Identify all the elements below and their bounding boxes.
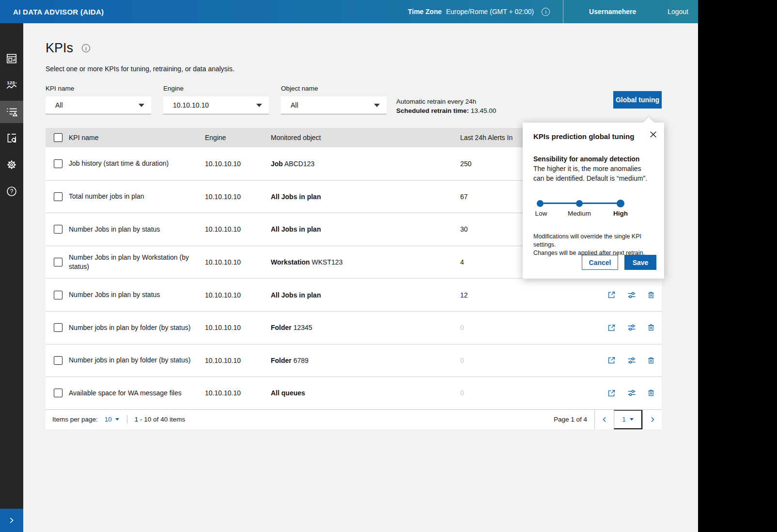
open-details-icon[interactable] [607, 388, 617, 398]
items-per-page-label: Items per page: [52, 416, 98, 423]
filter-object-name: Object name All [281, 85, 387, 114]
delete-kpi-icon[interactable] [647, 356, 656, 365]
help-icon: ? [5, 185, 18, 198]
retrain-time-label: Scheduled retrain time: [396, 107, 469, 114]
table-row: Available space for WA message files 10.… [46, 376, 662, 409]
row-checkbox[interactable] [54, 225, 62, 234]
row-alerts-value: 12 [460, 291, 589, 299]
row-object-type: All Jobs in plan [271, 291, 321, 299]
slider-label-medium: Medium [568, 210, 591, 217]
kpi-trend-icon: 123 [5, 79, 18, 92]
table-row: Number Jobs in plan by status 10.10.10.1… [46, 278, 662, 311]
delete-kpi-icon[interactable] [647, 290, 656, 300]
kpi-name-select[interactable]: All [46, 96, 151, 114]
timezone-value: Europe/Rome (GMT + 02:00) [446, 8, 534, 16]
open-details-icon[interactable] [607, 356, 617, 365]
filter-label: KPI name [46, 85, 151, 92]
filter-label: Engine [163, 85, 269, 92]
items-per-page-select[interactable]: 10 [105, 416, 119, 423]
row-checkbox[interactable] [54, 389, 62, 397]
topbar-divider [563, 0, 563, 23]
previous-page-button[interactable] [594, 410, 614, 429]
kpis-info-icon[interactable]: i [82, 44, 90, 52]
dashboard-icon [5, 52, 18, 65]
row-checkbox[interactable] [54, 159, 62, 168]
chevron-right-icon [649, 416, 656, 423]
column-engine: Engine [205, 134, 271, 141]
app-title: AI DATA ADVISOR (AIDA) [13, 8, 104, 16]
sidebar-item-object-settings[interactable] [0, 127, 23, 149]
next-page-button[interactable] [642, 410, 662, 429]
row-monitored-object: Job ABCD123 [271, 160, 460, 168]
row-object-type: Folder [271, 324, 292, 331]
object-name-select[interactable]: All [281, 96, 387, 114]
object-name-select-value: All [291, 101, 298, 109]
row-checkbox[interactable] [54, 323, 62, 332]
pagination-bar: Items per page: 10 1 - 10 of 40 items Pa… [46, 409, 662, 429]
row-object-type: All queues [271, 389, 305, 397]
row-engine: 10.10.10.10 [205, 291, 271, 299]
select-all-checkbox[interactable] [54, 133, 62, 142]
row-object-name: ABCD123 [284, 160, 314, 168]
row-object-type: All Jobs in plan [271, 193, 321, 201]
row-monitored-object: Folder 12345 [271, 324, 460, 331]
row-kpi-name: Number Jobs in plan by status [69, 225, 205, 234]
row-checkbox[interactable] [54, 291, 62, 299]
engine-select[interactable]: 10.10.10.10 [163, 96, 269, 114]
object-settings-icon [5, 132, 18, 144]
row-kpi-name: Number jobs in plan by folder (by status… [69, 356, 205, 365]
retrain-time-value: 13.45.00 [471, 107, 497, 114]
row-checkbox[interactable] [54, 192, 62, 201]
sidebar-item-settings[interactable] [0, 154, 23, 176]
row-engine: 10.10.10.10 [205, 225, 271, 233]
page-number-select[interactable]: 1 [614, 410, 642, 429]
svg-text:?: ? [10, 188, 14, 195]
sidebar-item-help[interactable]: ? [0, 180, 23, 203]
pagination-divider [127, 415, 127, 423]
row-engine: 10.10.10.10 [205, 389, 271, 397]
sidebar-item-kpi-trends[interactable]: 123 [0, 74, 23, 96]
row-object-type: Job [271, 160, 283, 168]
slider-label-low: Low [535, 210, 547, 217]
retrain-frequency: Automatic retrain every 24h [396, 97, 496, 106]
row-object-type: Workstation [271, 258, 310, 266]
sidebar-item-dashboard[interactable] [0, 47, 23, 70]
tune-kpi-icon[interactable] [627, 356, 637, 365]
delete-kpi-icon[interactable] [647, 323, 656, 332]
tune-kpi-icon[interactable] [627, 290, 637, 300]
global-tuning-popover: KPIs prediction global tuning Sensibilit… [523, 123, 664, 279]
tune-kpi-icon[interactable] [627, 323, 637, 332]
row-object-type: Folder [271, 357, 292, 364]
open-details-icon[interactable] [607, 290, 617, 300]
slider-dot-medium[interactable] [576, 200, 583, 207]
sidebar-item-kpi-list[interactable] [0, 101, 23, 123]
cancel-button[interactable]: Cancel [582, 255, 618, 270]
row-checkbox[interactable] [54, 258, 62, 266]
global-tuning-button[interactable]: Global tuning [613, 91, 662, 109]
delete-kpi-icon[interactable] [647, 388, 656, 398]
sidebar-expand-button[interactable] [0, 509, 23, 532]
tune-kpi-icon[interactable] [627, 388, 637, 398]
timezone-info-icon[interactable]: i [542, 8, 550, 16]
sensibility-slider: Low Medium High [533, 197, 653, 220]
top-bar: AI DATA ADVISOR (AIDA) Time Zone Europe/… [0, 0, 698, 23]
slider-dot-low[interactable] [537, 200, 544, 207]
sensibility-description: The higher it is, the more anomalies can… [533, 164, 653, 183]
close-icon[interactable] [648, 129, 659, 140]
open-details-icon[interactable] [607, 323, 617, 332]
column-kpi-name: KPI name [69, 134, 205, 141]
logout-button[interactable]: Logout [668, 8, 688, 16]
popover-title: KPIs prediction global tuning [523, 123, 664, 141]
page-subtitle: Select one or more KPIs for tuning, retr… [46, 65, 234, 73]
save-button[interactable]: Save [624, 255, 656, 270]
slider-dot-high[interactable] [617, 200, 624, 207]
row-monitored-object: Workstation WKST123 [271, 258, 460, 266]
filters-bar: KPI name All Engine 10.10.10.10 Object n… [46, 85, 387, 114]
row-engine: 10.10.10.10 [205, 258, 271, 266]
app-window: AI DATA ADVISOR (AIDA) Time Zone Europe/… [0, 0, 698, 532]
row-monitored-object: All Jobs in plan [271, 291, 460, 299]
row-checkbox[interactable] [54, 356, 62, 365]
row-monitored-object: All queues [271, 389, 460, 397]
username-menu[interactable]: Usernamehere [575, 8, 650, 16]
row-kpi-name: Number Jobs in plan by status [69, 290, 205, 299]
